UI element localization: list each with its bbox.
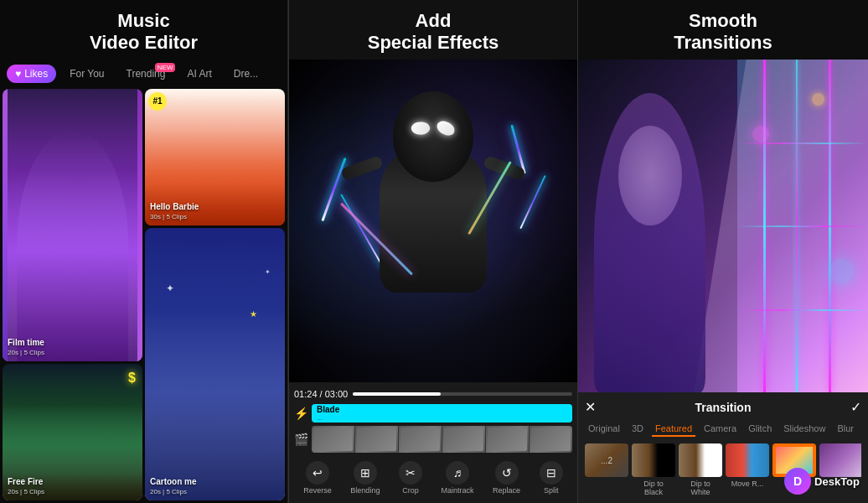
- tab-3d[interactable]: 3D: [628, 422, 647, 437]
- logo-circle: D: [784, 468, 811, 495]
- trans-option-prev[interactable]: ...2: [585, 443, 628, 496]
- card-hello-barbie[interactable]: #1 Hello Barbie 30s | 5 Clips: [145, 89, 285, 226]
- film-frame-1: [312, 426, 354, 453]
- logo-text: DeskTop: [814, 475, 860, 488]
- replace-icon: ↺: [495, 461, 519, 485]
- tool-blending-label: Blending: [350, 486, 380, 495]
- tab-blur[interactable]: Blur: [834, 422, 857, 437]
- trans-move-label: Move R...: [731, 480, 764, 488]
- tab-trending[interactable]: Trending NEW: [118, 65, 174, 83]
- tool-blending[interactable]: ⊞ Blending: [350, 461, 380, 495]
- reverse-icon: ↩: [306, 461, 329, 485]
- tab-dre[interactable]: Dre...: [225, 65, 266, 83]
- tool-reverse-label: Reverse: [303, 486, 332, 495]
- trending-badge: NEW: [155, 63, 176, 72]
- toolbar-row: ↩ Reverse ⊞ Blending ✂ Crop ♬ Maintrack …: [294, 456, 572, 496]
- film-frame-3: [399, 426, 442, 453]
- trans-thumb-dip-black: [632, 443, 675, 477]
- transition-tabs: Original 3D Featured Camera Glitch Slide…: [585, 422, 861, 437]
- card-cartoon-me[interactable]: ✦ ★ ✦ Cartoon me 20s | 5 Clips: [145, 228, 285, 500]
- tool-maintrack[interactable]: ♬ Maintrack: [442, 461, 474, 495]
- heart-icon: ♥: [15, 68, 21, 80]
- transition-header: ✕ Transition ✓: [585, 399, 861, 415]
- trans-thumb-move: [726, 443, 769, 477]
- girl-scene: [578, 60, 868, 392]
- spiderman-scene: [289, 60, 577, 382]
- trans-thumb-dip-white: [679, 443, 722, 477]
- girl-area: [578, 60, 737, 392]
- crop-icon: ✂: [399, 461, 422, 485]
- tab-aiart[interactable]: AI Art: [178, 65, 220, 83]
- right-panel: Smooth Transitions: [578, 0, 868, 503]
- film-strip: [312, 426, 572, 453]
- tool-split-label: Split: [544, 486, 559, 495]
- col-left: Film time 20s | 5 Clips $ Free Fire 20s …: [3, 89, 142, 500]
- trans-option-move[interactable]: Move R...: [726, 443, 769, 496]
- main-container: Music Video Editor ♥ Likes For You Trend…: [0, 0, 868, 503]
- move-visual: [726, 443, 769, 477]
- card-free-fire-label: Free Fire 20s | 5 Clips: [8, 477, 44, 495]
- clip-sub: ...: [317, 414, 339, 422]
- transition-confirm-button[interactable]: ✓: [850, 399, 861, 415]
- tool-crop[interactable]: ✂ Crop: [399, 461, 422, 495]
- transition-close-button[interactable]: ✕: [585, 399, 596, 415]
- blending-icon: ⊞: [354, 461, 377, 485]
- desktop-logo: D DeskTop: [784, 468, 860, 495]
- card-hello-barbie-label: Hello Barbie 30s | 5 Clips: [150, 202, 199, 220]
- col-right: #1 Hello Barbie 30s | 5 Clips ✦ ★ ✦ Cart…: [145, 89, 285, 500]
- film-frame-4: [442, 426, 485, 453]
- card-film-time-label: Film time 20s | 5 Clips: [8, 338, 44, 356]
- trans-option-dip-white[interactable]: Dip toWhite: [679, 443, 722, 496]
- trans-dip-white-label: Dip toWhite: [690, 480, 710, 496]
- spiderman-figure: [366, 91, 500, 293]
- timeline-bar: 01:24 / 03:00: [294, 389, 572, 399]
- editor-bottom: 01:24 / 03:00 ⚡ Blade ... 🎬: [289, 382, 577, 503]
- card-film-time[interactable]: Film time 20s | 5 Clips: [3, 89, 142, 361]
- clip-track[interactable]: Blade ...: [312, 404, 572, 423]
- middle-panel-title: Add Special Effects: [289, 0, 577, 60]
- clip-row: ⚡ Blade ...: [294, 404, 572, 423]
- clip-name: Blade: [317, 405, 339, 414]
- camera-icon: 🎬: [294, 433, 308, 446]
- tab-likes-label: Likes: [24, 68, 48, 80]
- tab-likes[interactable]: ♥ Likes: [7, 65, 56, 83]
- maintrack-icon: ♬: [446, 461, 469, 485]
- right-panel-title: Smooth Transitions: [578, 0, 868, 60]
- video-preview-right: [578, 60, 868, 392]
- nav-tabs: ♥ Likes For You Trending NEW AI Art Dre.…: [0, 61, 287, 86]
- tab-glitch[interactable]: Glitch: [745, 422, 775, 437]
- lightning-icon: ⚡: [294, 407, 308, 420]
- tool-reverse[interactable]: ↩ Reverse: [303, 461, 332, 495]
- timeline-track[interactable]: [353, 392, 572, 396]
- timeline-progress: [353, 392, 441, 396]
- transition-title: Transition: [695, 401, 752, 414]
- dip-black-visual: [632, 443, 675, 477]
- tab-original[interactable]: Original: [585, 422, 623, 437]
- film-frame-2: [355, 426, 398, 453]
- film-frame-5: [486, 426, 529, 453]
- film-row: 🎬: [294, 426, 572, 453]
- content-grid: Film time 20s | 5 Clips $ Free Fire 20s …: [0, 86, 287, 503]
- tab-camera[interactable]: Camera: [700, 422, 740, 437]
- time-display: 01:24 / 03:00: [294, 389, 348, 399]
- tab-foryou[interactable]: For You: [61, 65, 112, 83]
- card-free-fire[interactable]: $ Free Fire 20s | 5 Clips: [3, 364, 142, 500]
- tool-crop-label: Crop: [402, 486, 419, 495]
- tab-featured[interactable]: Featured: [652, 422, 695, 437]
- trans-dip-black-label: Dip toBlack: [643, 480, 664, 496]
- tool-replace-label: Replace: [493, 486, 520, 495]
- tab-slideshow[interactable]: Slideshow: [780, 422, 829, 437]
- dip-white-visual: [679, 443, 722, 477]
- left-panel-title: Music Video Editor: [0, 0, 287, 61]
- card-cartoon-me-label: Cartoon me 20s | 5 Clips: [150, 477, 197, 495]
- tab-aiart-label: AI Art: [187, 68, 211, 80]
- tool-split[interactable]: ⊟ Split: [540, 461, 563, 495]
- tool-replace[interactable]: ↺ Replace: [493, 461, 520, 495]
- trans-thumb-prev: ...2: [585, 443, 628, 477]
- tool-maintrack-label: Maintrack: [442, 486, 474, 495]
- trans-option-dip-black[interactable]: Dip toBlack: [632, 443, 675, 496]
- split-icon: ⊟: [540, 461, 563, 485]
- middle-panel: Add Special Effects: [289, 0, 577, 503]
- left-panel: Music Video Editor ♥ Likes For You Trend…: [0, 0, 288, 503]
- tab-foryou-label: For You: [70, 68, 104, 80]
